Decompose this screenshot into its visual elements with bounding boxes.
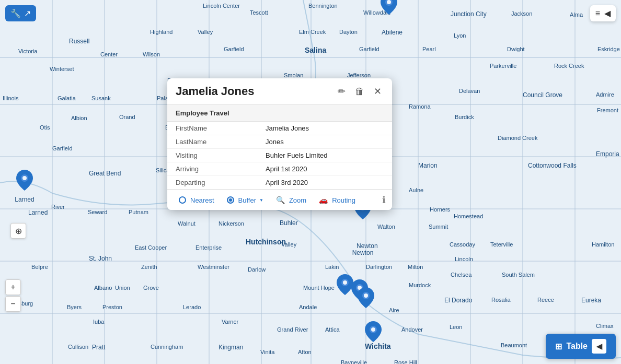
table-row: FirstNameJamelia Jones <box>167 122 392 135</box>
close-button[interactable]: ✕ <box>372 85 384 98</box>
field-label: Visiting <box>167 149 257 162</box>
svg-point-30 <box>371 327 375 332</box>
popup-header: Jamelia Jones ✏ 🗑 ✕ <box>167 78 392 105</box>
field-label: Arriving <box>167 162 257 176</box>
info-button[interactable]: ℹ <box>382 194 386 206</box>
field-value: Buhler Fuels Limited <box>257 149 392 162</box>
tools-button[interactable]: 🔧 ↗ <box>5 5 36 21</box>
edit-button[interactable]: ✏ <box>336 85 348 98</box>
collapse-toolbar[interactable]: ≡ ◀ <box>590 5 616 21</box>
field-label: FirstName <box>167 122 257 135</box>
table-button[interactable]: ⊞ Table ◀ <box>546 334 616 359</box>
popup-title: Jamelia Jones <box>176 85 330 98</box>
table-row: Address125 S Main <box>167 190 392 190</box>
zoom-in-button[interactable]: + <box>5 279 21 295</box>
svg-point-18 <box>387 0 391 4</box>
table-row: ArrivingApril 1st 2020 <box>167 162 392 176</box>
map-container: Junction CityJacksonAlmaLincoln CenterTe… <box>0 0 621 364</box>
table-row: VisitingBuhler Fuels Limited <box>167 149 392 162</box>
field-value: Jones <box>257 135 392 149</box>
map-pin-pin-wichita3[interactable] <box>358 287 374 308</box>
field-label: Address <box>167 190 257 190</box>
field-value: April 1st 2020 <box>257 162 392 176</box>
grid-icon: ⊞ <box>555 342 562 351</box>
svg-point-28 <box>364 293 368 298</box>
nearest-btn[interactable]: Nearest <box>174 194 220 207</box>
buffer-btn[interactable]: Buffer <box>222 194 269 207</box>
delete-button[interactable]: 🗑 <box>353 85 366 98</box>
field-value: April 3rd 2020 <box>257 176 392 190</box>
arrow-icon: ↗ <box>24 8 31 18</box>
popup-table: FirstNameJamelia JonesLastNameJonesVisit… <box>167 122 392 190</box>
popup-body: Employee Travel FirstNameJamelia JonesLa… <box>167 105 392 190</box>
field-label: LastName <box>167 135 257 149</box>
popup-scroll[interactable]: FirstNameJamelia JonesLastNameJonesVisit… <box>167 122 392 190</box>
popup-section-title: Employee Travel <box>167 105 392 122</box>
table-row: DepartingApril 3rd 2020 <box>167 176 392 190</box>
svg-point-24 <box>343 280 347 285</box>
map-pin-pin-larned[interactable] <box>16 170 33 191</box>
svg-point-32 <box>22 176 27 180</box>
map-pin-pin-wichita4[interactable] <box>365 321 382 342</box>
chevron-left-icon: ◀ <box>604 8 611 18</box>
popup-actions: NearestBuffer🔍Zoom🚗Routing ℹ <box>167 190 392 210</box>
table-label: Table <box>566 342 588 351</box>
zoom-out-button[interactable]: − <box>5 296 21 312</box>
wrench-icon: 🔧 <box>10 8 21 18</box>
routing-btn[interactable]: 🚗Routing <box>314 193 361 207</box>
zoom-controls: ⊕ + − <box>5 279 21 312</box>
field-label: Departing <box>167 176 257 190</box>
zoom-btn[interactable]: 🔍Zoom <box>271 193 312 207</box>
field-value: Jamelia Jones <box>257 122 392 135</box>
field-value: 125 S Main <box>257 190 392 190</box>
employee-popup: Jamelia Jones ✏ 🗑 ✕ Employee Travel Firs… <box>167 78 392 210</box>
table-row: LastNameJones <box>167 135 392 149</box>
list-icon: ≡ <box>595 9 600 18</box>
map-pin-pin-abilene[interactable] <box>381 0 397 15</box>
expand-table-button[interactable]: ◀ <box>592 339 606 354</box>
locate-button[interactable]: ⊕ <box>10 223 26 239</box>
